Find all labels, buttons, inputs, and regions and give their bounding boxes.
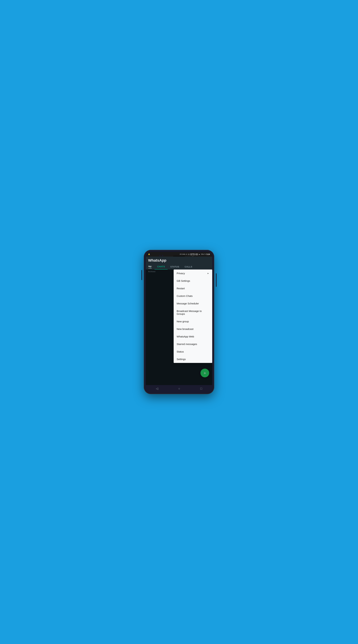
recents-icon[interactable]: □ — [200, 387, 202, 390]
menu-item-broadcast-message[interactable]: Broadcast Message to Groups — [174, 307, 212, 318]
camera-icon[interactable]: 📷 — [148, 265, 152, 269]
menu-item-message-scheduler[interactable]: Message Scheduler — [174, 300, 212, 307]
menu-item-custom-chats-label: Custom Chats — [177, 294, 192, 297]
camera — [192, 254, 194, 256]
menu-item-privacy-label: Privacy — [177, 272, 185, 275]
wifi-icon: ⊙ — [186, 254, 187, 255]
menu-item-new-group-label: New group — [177, 320, 189, 323]
menu-item-new-broadcast-label: New broadcast — [177, 328, 194, 330]
menu-item-status[interactable]: Status — [174, 348, 212, 355]
app-title: WhatsApp — [148, 258, 210, 263]
app-header: WhatsApp 📷 CHATS STATUS CALLS — [146, 256, 212, 270]
menu-item-whatsapp-web[interactable]: WhatsApp Web — [174, 333, 212, 340]
menu-item-custom-chats[interactable]: Custom Chats — [174, 292, 212, 300]
dropdown-menu: Privacy ► GB Settings Restart Custom Cha… — [174, 270, 212, 363]
speaker — [173, 256, 185, 256]
4g-icon: 4G — [196, 254, 198, 255]
status-right: 27.2 K/s ⊙ ▯▯ VoLTE 4G ▲ 72% ↻ 5:14 — [180, 254, 210, 255]
phone-frame: 🔔 27.2 K/s ⊙ ▯▯ VoLTE 4G ▲ 72% ↻ 5:14 Wh… — [144, 250, 214, 394]
menu-item-starred-messages[interactable]: Starred messages — [174, 340, 212, 348]
vibrate-icon: ▯▯ — [188, 254, 190, 255]
chevron-right-icon: ► — [207, 272, 209, 274]
menu-item-settings[interactable]: Settings — [174, 355, 212, 363]
status-left: 🔔 — [148, 254, 150, 255]
menu-item-new-broadcast[interactable]: New broadcast — [174, 325, 212, 333]
menu-item-message-scheduler-label: Message Scheduler — [177, 302, 199, 305]
menu-item-broadcast-message-label: Broadcast Message to Groups — [177, 310, 209, 315]
tab-status[interactable]: STATUS — [168, 264, 182, 269]
tab-chats[interactable]: CHATS — [154, 264, 168, 270]
sync-icon: ↻ — [204, 254, 206, 255]
signal-icon: ▲ — [199, 254, 200, 255]
phone-screen: 🔔 27.2 K/s ⊙ ▯▯ VoLTE 4G ▲ 72% ↻ 5:14 Wh… — [146, 252, 212, 392]
menu-item-settings-label: Settings — [177, 358, 186, 360]
menu-item-new-group[interactable]: New group — [174, 318, 212, 325]
menu-item-status-label: Status — [177, 350, 184, 353]
power-button — [216, 273, 216, 287]
menu-item-gb-settings-label: GB Settings — [177, 280, 190, 282]
menu-item-restart[interactable]: Restart — [174, 284, 212, 292]
menu-item-restart-label: Restart — [177, 287, 185, 290]
home-icon[interactable]: ○ — [178, 387, 180, 390]
menu-item-whatsapp-web-label: WhatsApp Web — [177, 335, 194, 338]
tab-calls[interactable]: CALLS — [182, 264, 195, 269]
network-speed: 27.2 K/s — [180, 254, 185, 255]
battery-percent: 72% — [201, 254, 204, 255]
header-tabs: 📷 CHATS STATUS CALLS — [148, 264, 210, 270]
bottom-nav: ◁ ○ □ — [146, 385, 212, 392]
menu-item-gb-settings[interactable]: GB Settings — [174, 277, 212, 284]
menu-item-privacy[interactable]: Privacy ► — [174, 270, 212, 277]
front-dots — [159, 255, 163, 256]
status-time: 5:14 — [206, 254, 210, 255]
back-icon[interactable]: ◁ — [156, 387, 158, 390]
notification-bell-icon: 🔔 — [148, 254, 150, 255]
front-dot-2 — [162, 255, 163, 256]
content-area: Archived Privacy ► GB Settings Restart C… — [146, 270, 212, 385]
menu-item-starred-messages-label: Starred messages — [177, 343, 197, 346]
front-dot-1 — [159, 255, 160, 256]
volume-button — [142, 270, 142, 280]
